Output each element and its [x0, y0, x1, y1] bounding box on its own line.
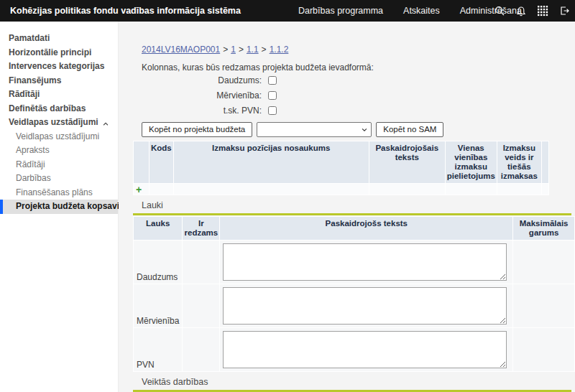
lauki-row-mervieniba: Mērvienība	[134, 284, 574, 327]
empty-cell	[369, 184, 445, 195]
cost-table-add-row: +	[134, 184, 548, 195]
cost-positions-table: Kods Izmaksu pozīcijas nosaukums Paskaid…	[133, 141, 549, 195]
lauki-section-rule	[133, 213, 571, 215]
cost-col-vienas-vienibas: Vienas vienības izmaksu pielietojums	[446, 141, 497, 183]
breadcrumb-link-1-1[interactable]: 1.1	[247, 45, 259, 55]
sidebar: Pamatdati Horizontālie principi Interven…	[0, 22, 119, 392]
empty-cell	[513, 328, 574, 371]
lauki-table: Lauks Ir redzams Paskaidrojošs teksts Ma…	[133, 216, 575, 372]
sidebar-item-horizontalie-principi[interactable]: Horizontālie principi	[0, 46, 118, 60]
copy-from-sam-button[interactable]: Kopēt no SAM	[376, 122, 443, 137]
cost-col-paskaidrojosais: Paskaidrojošais teksts	[369, 141, 445, 183]
lauki-row-pvn: PVN	[134, 328, 574, 371]
checkbox-row-pvn: t.sk. PVN:	[142, 103, 575, 118]
breadcrumb: 2014LV16MAOP001>1>1.1>1.1.2	[142, 45, 575, 55]
textarea-cell	[220, 328, 512, 371]
empty-cell	[513, 284, 574, 327]
checkbox-label-daudzums: Daudzums:	[142, 75, 262, 85]
lauki-col-maksimalais-garums: Maksimālais garums	[513, 217, 574, 240]
empty-cell	[150, 184, 173, 195]
daudzums-checkbox[interactable]	[268, 76, 277, 85]
breadcrumb-link-1-1-2[interactable]: 1.1.2	[270, 45, 289, 55]
sidebar-item-veidlapas-uzstadijumi[interactable]: Veidlapas uzstādījumi	[0, 116, 118, 130]
empty-cell	[183, 328, 219, 371]
cost-table-header-row: Kods Izmaksu pozīcijas nosaukums Paskaid…	[134, 141, 548, 183]
sidebar-subitem-finansesanas-plans[interactable]: Finansēšanas plāns	[0, 186, 118, 200]
notifications-icon[interactable]	[510, 0, 532, 22]
cost-col-empty	[134, 141, 149, 183]
checkbox-label-pvn: t.sk. PVN:	[142, 106, 262, 116]
checkbox-row-daudzums: Daudzums:	[142, 73, 575, 88]
checkbox-row-mervieniba: Mērvienība:	[142, 88, 575, 103]
textarea-cell	[220, 284, 512, 327]
nav-item-darbibas-programma[interactable]: Darbības programma	[288, 0, 393, 22]
sidebar-subitem-projekta-budzeta-kopsavilkums[interactable]: Projekta budžeta kopsavilkums	[0, 200, 118, 214]
app-switcher-icon[interactable]	[532, 0, 553, 22]
breadcrumb-link-1[interactable]: 1	[231, 45, 236, 55]
sidebar-item-pamatdati[interactable]: Pamatdati	[0, 32, 118, 46]
copy-source-select-wrap	[257, 122, 372, 137]
chevron-up-icon	[102, 118, 109, 133]
nav-item-atskaites[interactable]: Atskaites	[393, 0, 450, 22]
empty-cell	[183, 241, 219, 284]
mervieniba-checkbox[interactable]	[268, 91, 277, 100]
sidebar-subitem-apraksts[interactable]: Apraksts	[0, 144, 118, 158]
daudzums-description-textarea[interactable]	[223, 243, 507, 281]
cost-col-nosaukums: Izmaksu pozīcijas nosaukums	[174, 141, 369, 183]
sidebar-item-label: Veidlapas uzstādījumi	[9, 117, 98, 127]
breadcrumb-separator: >	[220, 45, 231, 55]
empty-cell	[446, 184, 497, 195]
row-label-pvn: PVN	[134, 328, 182, 371]
top-bar-icons	[489, 0, 575, 22]
sidebar-subitem-veidlapas-uzstadijumi[interactable]: Veidlapas uzstādījumi	[0, 130, 118, 144]
empty-cell	[542, 184, 548, 195]
logout-icon[interactable]	[553, 0, 575, 22]
textarea-cell	[220, 241, 512, 284]
sidebar-item-raditaji[interactable]: Rādītāji	[0, 88, 118, 102]
sidebar-subitem-raditaji[interactable]: Rādītāji	[0, 158, 118, 172]
lauki-col-paskaidrojoss: Paskaidrojošs teksts	[220, 217, 512, 240]
app-title[interactable]: Kohēzijas politikas fondu vadības inform…	[0, 6, 241, 16]
lauki-col-lauks: Lauks	[134, 217, 182, 240]
cost-col-actions	[542, 141, 548, 183]
empty-cell	[513, 241, 574, 284]
sidebar-item-intervences-kategorijas[interactable]: Intervences kategorijas	[0, 60, 118, 74]
veiktas-darbibas-section-title: Veiktās darbības	[142, 377, 575, 387]
main-content: 2014LV16MAOP001>1>1.1>1.1.2 Kolonnas, ku…	[119, 22, 575, 392]
breadcrumb-link-programme[interactable]: 2014LV16MAOP001	[142, 45, 220, 55]
cost-col-kods: Kods	[150, 141, 173, 183]
top-bar: Kohēzijas politikas fondu vadības inform…	[0, 0, 575, 22]
row-label-mervieniba: Mērvienība	[134, 284, 182, 327]
lauki-section-title: Lauki	[142, 200, 575, 210]
mervieniba-description-textarea[interactable]	[223, 287, 507, 325]
breadcrumb-separator: >	[259, 45, 270, 55]
lauki-row-daudzums: Daudzums	[134, 241, 574, 284]
checkbox-label-mervieniba: Mērvienība:	[142, 90, 262, 101]
pvn-description-textarea[interactable]	[223, 331, 507, 368]
empty-cell	[497, 184, 541, 195]
add-row-button[interactable]: +	[134, 184, 149, 195]
copy-actions-row: Kopēt no projekta budžeta Kopēt no SAM	[142, 121, 575, 137]
copy-source-select[interactable]	[257, 122, 372, 137]
empty-cell	[183, 284, 219, 327]
pvn-checkbox[interactable]	[268, 106, 277, 115]
copy-from-budget-button[interactable]: Kopēt no projekta budžeta	[142, 122, 252, 137]
lauki-col-ir-redzams: Ir redzams	[183, 217, 219, 240]
empty-cell	[174, 184, 369, 195]
sidebar-item-finansejums[interactable]: Finansējums	[0, 74, 118, 88]
columns-intro-text: Kolonnas, kuras būs redzamas projekta bu…	[142, 62, 575, 73]
breadcrumb-separator: >	[236, 45, 247, 55]
cost-col-izmaksu-veids: Izmaksu veids ir tiešās izmaksas	[497, 141, 541, 183]
lauki-header-row: Lauks Ir redzams Paskaidrojošs teksts Ma…	[134, 217, 574, 240]
row-label-daudzums: Daudzums	[134, 241, 182, 284]
sidebar-item-definetas-darbibas[interactable]: Definētās darbības	[0, 102, 118, 116]
sidebar-subitem-darbibas[interactable]: Darbības	[0, 172, 118, 186]
search-icon[interactable]	[489, 0, 510, 22]
